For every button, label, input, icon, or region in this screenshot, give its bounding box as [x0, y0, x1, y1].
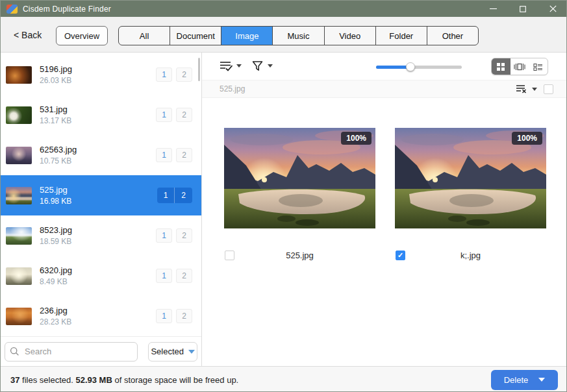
close-button[interactable] [538, 1, 567, 17]
select-list-dropdown[interactable] [220, 60, 242, 72]
status-text: 37 files selected. 52.93 MB of storage s… [10, 375, 238, 385]
app-logo-icon [6, 5, 18, 14]
file-list: 5196.jpg 26.03 KB 1 2 531.jpg 13.17 KB 1… [1, 53, 201, 336]
card-footer: 525.jpg [224, 250, 375, 262]
file-name: 6320.jpg [40, 265, 72, 275]
thumbnail-zoom-slider[interactable] [376, 62, 462, 71]
selection-filter-value: Selected [151, 347, 184, 356]
filter-funnel-icon [251, 60, 264, 72]
duplicate-group-header: 525.jpg [202, 80, 567, 98]
image-preview[interactable]: 100% [395, 128, 546, 228]
file-name: 8523.jpg [40, 225, 72, 235]
group-count-badge-2[interactable]: 2 [175, 188, 192, 203]
group-select-dropdown[interactable] [516, 84, 537, 94]
titlebar: Cisdem Duplicate Finder [1, 1, 567, 17]
list-item[interactable]: 8523.jpg 18.59 KB 1 2 [1, 215, 201, 256]
delete-button[interactable]: Delete [491, 370, 558, 390]
category-tabs: AllDocumentImageMusicVideoFolderOther [118, 26, 479, 45]
group-count-badge-1[interactable]: 1 [156, 269, 172, 283]
list-item[interactable]: 236.jpg 28.23 KB 1 2 [1, 296, 201, 336]
list-view-button[interactable] [529, 58, 548, 75]
duplicate-count-badges: 1 2 [156, 309, 192, 323]
list-view-icon [533, 62, 543, 71]
overview-button[interactable]: Overview [56, 26, 108, 45]
selected-count: 37 [10, 375, 19, 385]
image-preview[interactable]: 100% [224, 128, 375, 228]
selection-filter-dropdown[interactable]: Selected [148, 342, 197, 361]
list-item[interactable]: 525.jpg 16.98 KB 1 2 [1, 175, 201, 215]
file-size: 13.17 KB [40, 116, 71, 125]
filter-dropdown[interactable] [251, 60, 273, 72]
list-item[interactable]: 531.jpg 13.17 KB 1 2 [1, 95, 201, 135]
sidebar: 5196.jpg 26.03 KB 1 2 531.jpg 13.17 KB 1… [1, 53, 202, 366]
caret-down-icon [532, 88, 537, 91]
group-select-all-checkbox[interactable] [544, 84, 553, 94]
scrollbar-thumb[interactable] [198, 58, 200, 81]
search-icon [10, 347, 19, 356]
tab-document[interactable]: Document [170, 27, 221, 45]
group-count-badge-2[interactable]: 2 [176, 228, 192, 243]
slider-thumb[interactable] [406, 62, 415, 71]
deselect-list-icon [516, 84, 529, 94]
group-count-badge-2[interactable]: 2 [176, 67, 192, 82]
maximize-button[interactable] [508, 1, 538, 17]
delete-dropdown-arrow-icon[interactable] [538, 378, 545, 382]
group-header-actions [516, 84, 553, 94]
card-filename: k;.jpg [395, 250, 546, 262]
duplicate-count-badges: 1 2 [157, 188, 192, 203]
file-select-checkbox[interactable] [396, 251, 405, 260]
file-thumbnail [6, 147, 32, 164]
file-thumbnail [6, 66, 32, 84]
search-input[interactable] [5, 342, 138, 361]
tab-folder[interactable]: Folder [375, 27, 427, 45]
tab-image[interactable]: Image [221, 27, 272, 45]
group-count-badge-1[interactable]: 1 [156, 148, 172, 162]
file-thumbnail [6, 227, 32, 245]
tab-music[interactable]: Music [272, 27, 323, 45]
preview-view-button[interactable] [510, 58, 529, 75]
freed-size: 52.93 MB [75, 375, 112, 385]
list-item[interactable]: 6320.jpg 8.49 KB 1 2 [1, 256, 201, 296]
file-name: 5196.jpg [40, 64, 72, 74]
tab-other[interactable]: Other [427, 27, 478, 45]
group-count-badge-1[interactable]: 1 [157, 188, 175, 203]
delete-label: Delete [504, 375, 529, 385]
duplicate-card[interactable]: 100% k;.jpg [395, 128, 546, 262]
file-meta: 62563.jpg 10.75 KB [40, 145, 77, 165]
group-count-badge-1[interactable]: 1 [156, 108, 172, 122]
main-panel: 525.jpg 100% 525.jpg [202, 53, 567, 366]
group-count-badge-1[interactable]: 1 [156, 67, 172, 82]
file-meta: 6320.jpg 8.49 KB [40, 265, 72, 286]
file-select-checkbox[interactable] [225, 251, 234, 260]
duplicate-count-badges: 1 2 [156, 269, 192, 283]
file-thumbnail [6, 106, 32, 124]
tab-video[interactable]: Video [324, 27, 375, 45]
view-mode-toggle [491, 58, 548, 75]
duplicate-count-badges: 1 2 [156, 108, 192, 122]
grid-view-icon [496, 62, 505, 71]
group-count-badge-1[interactable]: 1 [156, 228, 172, 243]
window-title: Cisdem Duplicate Finder [23, 5, 111, 14]
grid-view-button[interactable] [492, 58, 510, 75]
file-name: 62563.jpg [40, 145, 77, 154]
duplicate-card[interactable]: 100% 525.jpg [224, 128, 375, 262]
file-thumbnail [6, 267, 32, 285]
group-count-badge-2[interactable]: 2 [176, 309, 192, 323]
window-controls [478, 1, 567, 17]
group-count-badge-2[interactable]: 2 [176, 269, 192, 283]
file-size: 10.75 KB [40, 156, 77, 165]
group-count-badge-2[interactable]: 2 [176, 108, 192, 122]
similarity-badge: 100% [512, 132, 542, 145]
slider-fill [376, 66, 410, 69]
caret-down-icon [268, 64, 273, 67]
file-meta: 5196.jpg 26.03 KB [40, 64, 72, 85]
minimize-button[interactable] [478, 1, 508, 17]
group-count-badge-2[interactable]: 2 [176, 148, 192, 162]
list-item[interactable]: 5196.jpg 26.03 KB 1 2 [1, 55, 201, 95]
file-size: 26.03 KB [40, 76, 72, 85]
group-count-badge-1[interactable]: 1 [156, 309, 172, 323]
file-name: 236.jpg [40, 306, 71, 315]
tab-all[interactable]: All [119, 27, 170, 45]
list-item[interactable]: 62563.jpg 10.75 KB 1 2 [1, 135, 201, 175]
back-button[interactable]: < Back [14, 30, 42, 40]
